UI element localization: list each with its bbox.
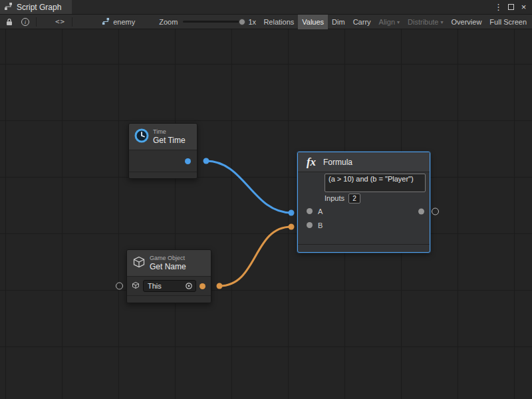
cube-mini-icon xyxy=(132,280,140,292)
output-port-result-outer[interactable] xyxy=(432,207,439,215)
zoom-value: 1x xyxy=(248,18,256,26)
info-button[interactable]: i xyxy=(17,15,33,29)
node-get-name-ports: This xyxy=(127,277,211,295)
node-category: Game Object xyxy=(150,255,186,262)
node-get-time-ports xyxy=(129,150,197,172)
distribute-label: Distribute xyxy=(408,18,438,26)
input-port-b[interactable] xyxy=(307,222,313,228)
tab-script-graph[interactable]: Script Graph xyxy=(0,0,72,14)
graph-reference[interactable]: enemy xyxy=(98,17,139,27)
overview-button[interactable]: Overview xyxy=(448,15,486,29)
wire-endpoint xyxy=(289,224,295,230)
node-formula-header[interactable]: fx Formula xyxy=(298,152,430,172)
values-button[interactable]: Values xyxy=(298,15,328,29)
input-a-label: A xyxy=(318,207,323,215)
graph-canvas[interactable]: Time Get Time Game Object xyxy=(0,29,532,399)
node-get-time[interactable]: Time Get Time xyxy=(128,123,198,179)
titlebar: Script Graph ⋮ × xyxy=(0,0,532,15)
script-graph-icon xyxy=(4,2,13,13)
clock-icon xyxy=(134,128,149,146)
input-port-target[interactable] xyxy=(116,283,123,290)
script-graph-window: Script Graph ⋮ × i <> xyxy=(0,0,532,399)
code-icon: <> xyxy=(55,17,65,26)
node-footer xyxy=(298,244,430,251)
cube-icon xyxy=(132,255,146,271)
maximize-button[interactable] xyxy=(505,1,517,13)
node-get-name-header[interactable]: Game Object Get Name xyxy=(127,250,211,277)
node-footer xyxy=(129,172,197,178)
wire-endpoint xyxy=(289,210,295,216)
chevron-down-icon: ▾ xyxy=(441,19,444,25)
node-body-spacer xyxy=(298,232,430,244)
close-button[interactable]: × xyxy=(518,1,529,13)
zoom-slider-handle[interactable] xyxy=(239,19,245,25)
carry-button[interactable]: Carry xyxy=(349,15,375,29)
lock-button[interactable] xyxy=(1,15,17,29)
connection-wires xyxy=(0,29,532,399)
node-formula[interactable]: fx Formula (a > 10) and (b = "Player") I… xyxy=(297,152,430,253)
output-port-time[interactable] xyxy=(185,158,191,164)
zoom-label: Zoom xyxy=(159,18,178,26)
inputs-label: Inputs xyxy=(325,194,344,202)
node-category: Time xyxy=(153,128,186,136)
node-footer xyxy=(127,295,211,303)
maximize-icon xyxy=(508,4,514,10)
full-screen-button[interactable]: Full Screen xyxy=(485,15,531,29)
formula-inputs-row: Inputs 2 xyxy=(325,194,430,203)
zoom-slider[interactable] xyxy=(183,21,243,23)
info-icon: i xyxy=(21,18,29,26)
node-get-name[interactable]: Game Object Get Name This xyxy=(126,249,211,303)
edit-code-button[interactable]: <> xyxy=(51,15,69,29)
window-menu-button[interactable]: ⋮ xyxy=(493,1,504,13)
node-title: Formula xyxy=(323,158,352,167)
distribute-button[interactable]: Distribute ▾ xyxy=(404,15,447,29)
output-port-result[interactable] xyxy=(418,208,424,214)
object-picker-icon[interactable] xyxy=(185,282,193,290)
tab-title: Script Graph xyxy=(17,3,61,12)
align-button[interactable]: Align ▾ xyxy=(375,15,404,29)
output-port-name[interactable] xyxy=(200,283,205,289)
chevron-down-icon: ▾ xyxy=(397,19,400,25)
relations-button[interactable]: Relations xyxy=(259,15,298,29)
node-title: Get Time xyxy=(153,136,186,145)
dim-button[interactable]: Dim xyxy=(328,15,349,29)
target-object-value: This xyxy=(148,282,162,290)
fx-icon: fx xyxy=(303,156,319,169)
node-get-time-header[interactable]: Time Get Time xyxy=(129,124,197,150)
toolbar-separator xyxy=(72,17,72,27)
graph-name-label: enemy xyxy=(113,18,135,26)
toolbar-buttons: Relations Values Dim Carry Align ▾ Distr… xyxy=(259,15,531,29)
node-title: Get Name xyxy=(150,262,186,271)
wire-getname-to-formula-b[interactable] xyxy=(219,227,291,286)
wire-time-to-formula-a[interactable] xyxy=(206,161,291,213)
lock-icon xyxy=(5,18,13,26)
window-controls: ⋮ × xyxy=(493,0,532,14)
formula-expression-input[interactable]: (a > 10) and (b = "Player") xyxy=(325,174,426,192)
wire-endpoint xyxy=(217,283,223,289)
graph-icon xyxy=(102,17,110,27)
wire-endpoint xyxy=(203,158,209,164)
formula-row-a: A xyxy=(298,204,430,218)
align-label: Align xyxy=(379,18,395,26)
toolbar-separator xyxy=(36,17,37,27)
formula-row-b: B xyxy=(298,218,430,232)
inputs-count-field[interactable]: 2 xyxy=(348,194,360,203)
target-object-field[interactable]: This xyxy=(143,280,196,292)
graph-toolbar: i <> enemy Zoom 1x Relations xyxy=(0,15,532,29)
input-port-a[interactable] xyxy=(307,208,313,214)
zoom-control: Zoom 1x xyxy=(159,18,256,26)
input-b-label: B xyxy=(318,221,323,229)
